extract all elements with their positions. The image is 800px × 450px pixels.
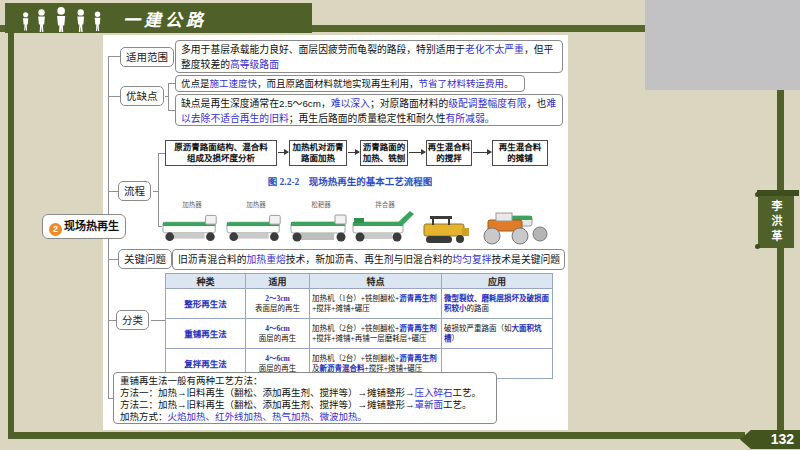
branch-label-process: 流程: [118, 181, 151, 201]
frame-line-left: [8, 30, 14, 439]
apply-layer: 面层的再生: [248, 334, 307, 344]
flow-step-text: 再生混合料: [427, 142, 471, 153]
overlay-panel: [645, 0, 800, 90]
note-line: 重铺再生法一般有两种工艺方法：: [120, 375, 490, 387]
classification-table: 种类 适用 特点 应用 整形再生法 2～3cm 表面层的再生 加热机（1台）+铣…: [165, 273, 553, 379]
branch-label-key-issue: 关键问题: [118, 249, 172, 269]
frame-line-right: [777, 90, 784, 439]
row-feature: 加热机（1台）+铣刨翻松+沥青再生剂+搅拌+摊铺+碾压: [310, 289, 442, 319]
roller-machine-illustration: [476, 208, 550, 246]
scarifier-machine-illustration: [290, 210, 352, 246]
flow-arrow-icon: [348, 152, 359, 153]
row-type: 重铺再生法: [166, 319, 246, 349]
flow-step-5: 再生混合料 的摊铺: [492, 140, 548, 166]
flow-step-text: 路面加热: [290, 153, 346, 164]
col-header-apply: 适用: [246, 274, 310, 289]
page-number-badge: 132: [740, 430, 800, 449]
flow-step-4: 再生混合料 的搅拌: [426, 140, 472, 166]
flow-step-text: 沥青路面的: [361, 142, 407, 153]
disadvantage-content: 缺点是再生深度通常在2.5～6cm，难以深入；对原路面材料的级配调整幅度有限，也…: [175, 94, 563, 126]
table-row: 重铺再生法 4～6cm 面层的再生 加热机（2台）+铣刨翻松+沥青再生剂+搅拌+…: [166, 319, 553, 349]
main-topic-label: 现场热再生: [64, 220, 119, 232]
connector-line: [108, 320, 116, 321]
brand-title: 一建公路: [123, 6, 207, 31]
flow-step-2: 加热机对沥青 路面加热: [289, 140, 347, 166]
flow-step-text: 再生混合料: [493, 142, 547, 153]
flow-step-1: 原沥青路面结构、混合料 组成及损坏度分析: [165, 140, 277, 166]
col-header-feature: 特点: [310, 274, 442, 289]
banner-curl-bottom: [755, 244, 760, 249]
col-header-type: 种类: [166, 274, 246, 289]
branch-label-scope: 适用范围: [120, 47, 174, 67]
advantage-content: 优点是施工速度快，而且原路面材料就地实现再生利用，节省了材料转运费用。: [175, 75, 525, 92]
branch-label-pros-cons: 优缺点: [120, 86, 164, 106]
flow-step-3: 沥青路面的 加热、铣刨: [360, 140, 408, 166]
flow-step-text: 加热、铣刨: [361, 153, 407, 164]
row-apply: 2～3cm 表面层的再生: [246, 289, 310, 319]
banner-curl-top: [755, 192, 760, 197]
apply-depth: 4～6cm: [248, 324, 307, 334]
table-header-row: 种类 适用 特点 应用: [166, 274, 553, 289]
mixer-machine-illustration: [352, 208, 418, 246]
paver-machine-illustration: [422, 212, 470, 246]
col-header-usage: 应用: [442, 274, 553, 289]
connector-line: [151, 320, 165, 321]
row-feature: 加热机（2台）+铣刨翻松+沥青再生剂+搅拌+摊铺+再铺一层磨耗层+碾压: [310, 319, 442, 349]
flow-arrow-icon: [409, 152, 425, 153]
flow-step-text: 原沥青路面结构、混合料: [166, 142, 276, 153]
people-icon: [13, 4, 113, 32]
flow-step-text: 的摊铺: [493, 153, 547, 164]
main-topic-node: 2现场热再生: [42, 214, 126, 239]
instructor-banner: 李洪革: [758, 196, 794, 248]
connector-line: [108, 191, 118, 192]
row-usage: 微型裂纹、磨耗层损坏及破损面积较小的路面: [442, 289, 553, 319]
note-line: 方法一：加热→旧料再生（翻松、添加再生剂、搅拌等）→摊铺整形→压入碎石工艺。: [120, 387, 490, 399]
apply-layer: 表面层的再生: [248, 304, 307, 314]
connector-line: [168, 83, 169, 111]
connector-line: [158, 153, 159, 226]
app-logo: 一建公路: [5, 3, 312, 33]
scope-content: 多用于基层承载能力良好、面层因疲劳而龟裂的路段，特别适用于老化不太严重，但平整度…: [175, 40, 563, 73]
connector-line: [108, 56, 120, 57]
row-usage: 破损较严重路面（如大面积坑槽）: [442, 319, 553, 349]
connector-line: [158, 153, 165, 154]
frame-line-bottom: [8, 432, 745, 439]
branch-label-classification: 分类: [116, 310, 149, 330]
row-apply: 4～6cm 面层的再生: [246, 319, 310, 349]
connector-line: [168, 110, 175, 111]
machine-label: 松耙器: [290, 199, 352, 208]
figure-caption: 图 2.2-2 现场热再生的基本工艺流程图: [245, 174, 455, 188]
apply-depth: 2～3cm: [248, 294, 307, 304]
heater-machine-illustration: [162, 210, 222, 246]
flow-arrow-icon: [278, 152, 288, 153]
instructor-name: 李洪革: [768, 200, 784, 245]
key-issue-content: 旧沥青混合料的加热重熔技术，新加沥青、再生剂与旧混合料的均匀复拌技术是关键问题: [172, 249, 565, 270]
row-type: 整形再生法: [166, 289, 246, 319]
connector-line: [108, 96, 120, 97]
flow-step-text: 组成及损坏度分析: [166, 153, 276, 164]
apply-depth: 4～6cm: [248, 354, 307, 364]
note-box: 重铺再生法一般有两种工艺方法： 方法一：加热→旧料再生（翻松、添加再生剂、搅拌等…: [113, 372, 497, 424]
flow-step-text: 的搅拌: [427, 153, 471, 164]
table-row: 整形再生法 2～3cm 表面层的再生 加热机（1台）+铣刨翻松+沥青再生剂+搅拌…: [166, 289, 553, 319]
machine-label: 加热器: [226, 199, 286, 208]
connector-line: [108, 259, 118, 260]
heater-machine-illustration: [226, 210, 286, 246]
machine-label: 拌合器: [352, 199, 418, 208]
flow-arrow-icon: [473, 152, 491, 153]
note-line: 方法二：加热→旧料再生（翻松、添加再生剂、搅拌等）→摊铺整形→罩新面工艺。: [120, 399, 490, 411]
topic-badge: 2: [49, 223, 62, 236]
connector-line: [168, 83, 175, 84]
flow-step-text: 加热机对沥青: [290, 142, 346, 153]
note-line: 加热方式：火焰加热、红外线加热、热气加热、微波加热。: [120, 411, 490, 423]
machine-label: 加热器: [162, 199, 222, 208]
